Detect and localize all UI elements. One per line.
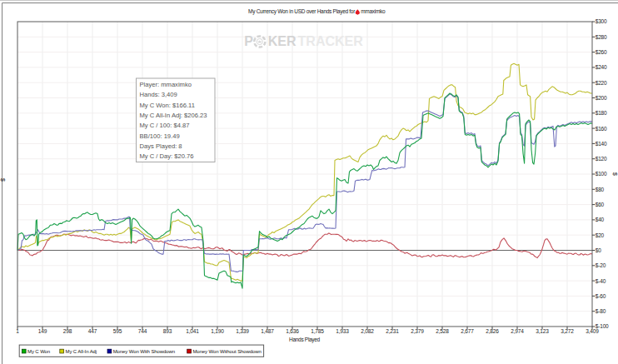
svg-text:$240: $240: [596, 64, 607, 70]
svg-text:1,487: 1,487: [261, 328, 274, 334]
svg-text:2,974: 2,974: [511, 328, 524, 334]
svg-text:$220: $220: [596, 80, 607, 86]
svg-text:2,231: 2,231: [386, 328, 399, 334]
svg-text:mmaximko: mmaximko: [361, 8, 386, 14]
svg-text:BB/100: 19.49: BB/100: 19.49: [140, 132, 180, 140]
svg-text:2,379: 2,379: [411, 328, 424, 334]
svg-text:1,190: 1,190: [211, 328, 224, 334]
svg-text:KER: KER: [268, 34, 297, 48]
svg-text:1: 1: [16, 328, 19, 334]
svg-text:2,528: 2,528: [436, 328, 449, 334]
svg-text:My C Won: My C Won: [27, 349, 50, 354]
svg-text:447: 447: [88, 328, 97, 334]
svg-text:$-60: $-60: [596, 293, 606, 299]
svg-text:Money Won With Showdown: Money Won With Showdown: [113, 349, 175, 354]
svg-text:$60: $60: [596, 202, 605, 207]
svg-text:$80: $80: [596, 187, 605, 192]
svg-text:Player: mmaximko: Player: mmaximko: [140, 81, 192, 88]
svg-text:$140: $140: [596, 141, 607, 147]
svg-text:595: 595: [113, 328, 122, 334]
svg-text:$260: $260: [596, 49, 607, 55]
svg-text:$: $: [0, 178, 6, 182]
svg-text:$20: $20: [596, 232, 605, 238]
svg-text:$100: $100: [596, 171, 607, 177]
svg-text:$160: $160: [596, 126, 607, 132]
svg-text:My C All-In Adj: $206.23: My C All-In Adj: $206.23: [140, 112, 207, 119]
svg-text:$-20: $-20: [596, 262, 606, 268]
svg-text:$-40: $-40: [596, 278, 606, 284]
svg-text:2,826: 2,826: [486, 328, 499, 334]
svg-text:3,409: 3,409: [586, 328, 599, 334]
svg-text:My C / 100: $4.87: My C / 100: $4.87: [140, 122, 190, 129]
svg-text:My C Won: $166.11: My C Won: $166.11: [140, 102, 195, 109]
svg-text:$-80: $-80: [596, 308, 606, 314]
svg-text:298: 298: [63, 328, 72, 334]
svg-text:1,785: 1,785: [311, 328, 324, 334]
svg-text:149: 149: [38, 328, 47, 334]
svg-text:$280: $280: [596, 34, 607, 40]
svg-text:TRACKER: TRACKER: [298, 34, 364, 48]
svg-text:P: P: [244, 34, 253, 48]
svg-text:1,041: 1,041: [186, 328, 199, 334]
svg-text:744: 744: [138, 328, 147, 334]
svg-text:Hands: 3,409: Hands: 3,409: [140, 91, 177, 98]
svg-text:$40: $40: [596, 217, 605, 222]
svg-text:1,933: 1,933: [336, 328, 349, 334]
svg-text:1,339: 1,339: [236, 328, 249, 334]
svg-text:$0: $0: [596, 247, 601, 253]
svg-text:2,677: 2,677: [461, 328, 474, 334]
svg-text:893: 893: [163, 328, 172, 334]
svg-text:$200: $200: [596, 95, 607, 101]
svg-text:2,082: 2,082: [361, 328, 374, 334]
svg-text:$180: $180: [596, 110, 607, 116]
svg-text:3,123: 3,123: [536, 328, 549, 334]
svg-text:$: $: [612, 172, 618, 176]
svg-text:My C / Day: $20.76: My C / Day: $20.76: [140, 152, 194, 160]
svg-text:1,636: 1,636: [286, 328, 299, 334]
svg-text:Days Played: 8: Days Played: 8: [140, 142, 182, 150]
svg-text:$120: $120: [596, 156, 607, 162]
svg-text:Money Won Without Showdown: Money Won Without Showdown: [192, 349, 261, 354]
svg-text:My C All-In Adj: My C All-In Adj: [66, 349, 97, 354]
svg-text:Hands Played: Hands Played: [289, 337, 321, 343]
svg-text:My Currency Won in USD over Ha: My Currency Won in USD over Hands Played…: [248, 8, 356, 15]
svg-text:$300: $300: [596, 18, 607, 24]
svg-text:3,272: 3,272: [561, 328, 574, 334]
